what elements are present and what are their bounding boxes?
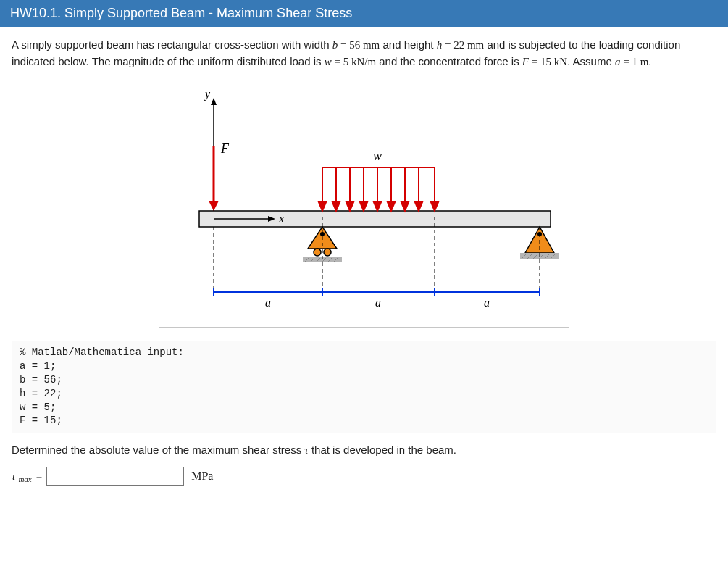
text: A simply supported beam has rectangular … xyxy=(12,38,332,51)
text: . xyxy=(648,55,651,67)
var-F: F xyxy=(522,56,529,67)
text: Determined the absolute value of the max… xyxy=(12,444,304,456)
label-x: x xyxy=(278,212,284,225)
answer-subscript: max xyxy=(18,475,31,483)
content-area: A simply supported beam has rectangular … xyxy=(0,27,728,500)
label-y: y xyxy=(204,88,211,101)
svg-marker-23 xyxy=(415,202,422,211)
svg-marker-11 xyxy=(332,202,340,211)
eq: = xyxy=(442,39,453,51)
eq: = xyxy=(332,56,343,67)
code-line: % Matlab/Mathematica input: xyxy=(20,346,184,358)
question-prompt: Determined the absolute value of the max… xyxy=(12,444,716,457)
var-w: w xyxy=(325,56,332,67)
page-header: HW10.1. Simply Supported Beam - Maximum … xyxy=(0,0,728,27)
label-w: w xyxy=(373,149,382,163)
svg-marker-9 xyxy=(319,202,326,211)
answer-symbol: τ xyxy=(12,470,15,483)
eq: = xyxy=(620,56,632,67)
answer-row: τmax = MPa xyxy=(12,467,716,486)
svg-point-28 xyxy=(314,249,321,256)
val-a: 1 m xyxy=(632,56,648,67)
code-line: b = 56; xyxy=(20,374,62,386)
val-b: 56 mm xyxy=(349,39,380,51)
label-a3: a xyxy=(484,296,490,309)
answer-unit: MPa xyxy=(191,470,213,483)
equals: = xyxy=(36,470,42,483)
val-F: 15 kN xyxy=(540,56,567,67)
svg-point-29 xyxy=(324,249,331,256)
tau-max-input[interactable] xyxy=(46,467,184,486)
text: that is developed in the beam. xyxy=(309,444,456,456)
svg-marker-13 xyxy=(346,202,353,211)
beam-diagram: y x F w xyxy=(159,80,569,328)
text: and height xyxy=(380,38,436,51)
code-line: F = 15; xyxy=(20,415,62,426)
svg-marker-25 xyxy=(431,202,438,211)
diagram-container: y x F w xyxy=(12,80,716,328)
label-a1: a xyxy=(265,296,271,309)
svg-marker-6 xyxy=(209,201,219,211)
val-w: 5 kN/m xyxy=(343,56,376,67)
eq: = xyxy=(529,56,540,67)
val-h: 22 mm xyxy=(453,39,484,51)
code-line: h = 22; xyxy=(20,388,62,399)
svg-marker-1 xyxy=(211,98,217,105)
text: and the concentrated force is xyxy=(376,55,522,67)
svg-marker-19 xyxy=(388,202,395,211)
label-F: F xyxy=(220,141,230,156)
svg-marker-21 xyxy=(401,202,409,211)
problem-statement: A simply supported beam has rectangular … xyxy=(12,37,716,70)
page-title: HW10.1. Simply Supported Beam - Maximum … xyxy=(10,6,352,20)
label-a2: a xyxy=(375,296,381,309)
text: . Assume xyxy=(567,55,615,67)
eq: = xyxy=(338,39,349,51)
code-line: w = 5; xyxy=(20,402,56,413)
code-line: a = 1; xyxy=(20,360,56,372)
code-box: % Matlab/Mathematica input: a = 1; b = 5… xyxy=(12,341,716,433)
svg-marker-17 xyxy=(374,202,381,211)
svg-marker-15 xyxy=(360,202,367,211)
